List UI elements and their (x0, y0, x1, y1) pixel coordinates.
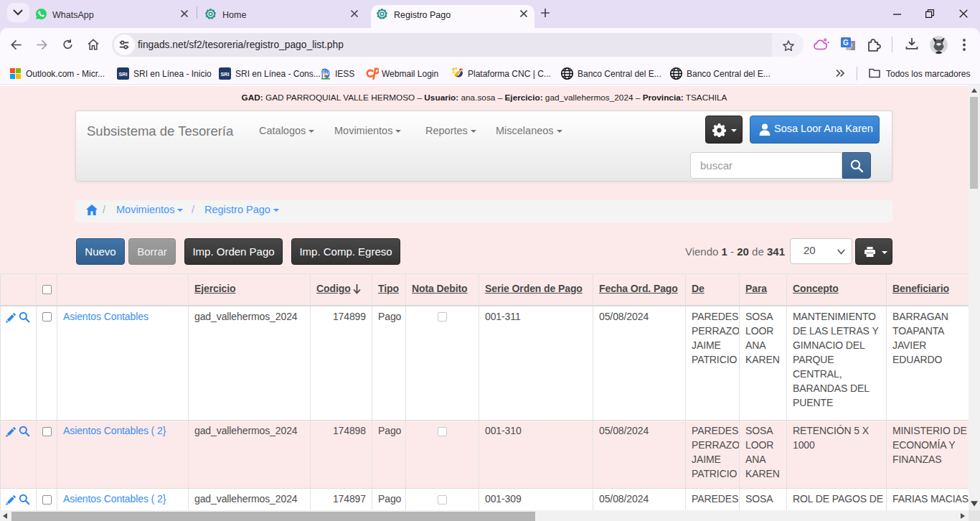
svg-text:G: G (843, 39, 849, 47)
svg-text:SRI: SRI (119, 71, 128, 78)
svg-text:SRI: SRI (221, 71, 230, 78)
